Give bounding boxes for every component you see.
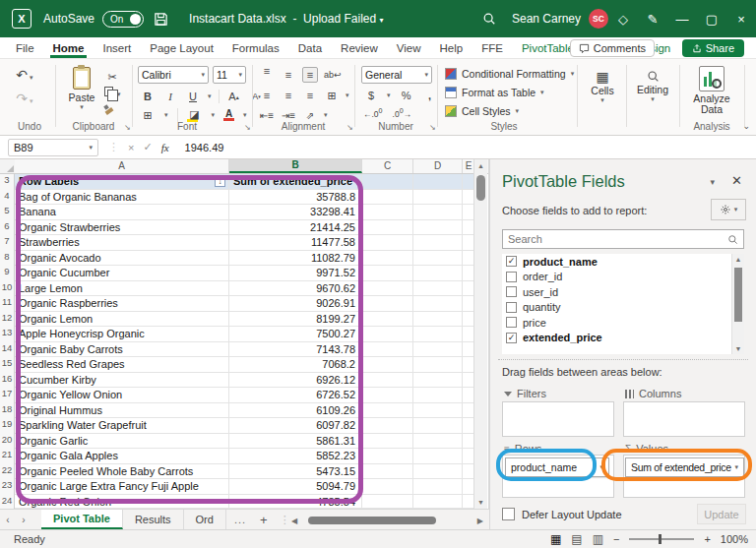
cell-d22[interactable] xyxy=(413,464,463,480)
increase-decimal-button[interactable]: ←.00 xyxy=(363,107,383,119)
cell-c24[interactable] xyxy=(362,495,413,510)
pencil-icon[interactable]: ✎ xyxy=(638,0,667,37)
cell-d11[interactable] xyxy=(413,296,463,312)
cell-a13[interactable]: Apple Honeycrisp Organic xyxy=(15,327,229,342)
maximize-button[interactable]: ▢ xyxy=(697,0,726,37)
field-checkbox-quantity[interactable] xyxy=(506,302,517,313)
normal-view-icon[interactable]: ▦ xyxy=(550,532,561,546)
cell-d6[interactable] xyxy=(413,220,463,236)
cell-d12[interactable] xyxy=(413,312,463,328)
row-header-6[interactable]: 6 xyxy=(0,220,15,236)
cell-b16[interactable]: 6926.12 xyxy=(229,373,362,389)
cell-b7[interactable]: 11477.58 xyxy=(229,235,362,251)
field-checkbox-user_id[interactable] xyxy=(506,286,517,297)
zoom-in-button[interactable]: + xyxy=(704,533,710,545)
cell-d21[interactable] xyxy=(413,449,463,464)
menu-tab-help[interactable]: Help xyxy=(440,42,464,54)
cell-c3[interactable] xyxy=(362,174,413,190)
zoom-level[interactable]: 100% xyxy=(721,533,748,545)
more-sheets-icon[interactable]: ... xyxy=(234,514,246,525)
cut-button[interactable]: ✂ xyxy=(104,69,120,85)
cell-c5[interactable] xyxy=(362,205,413,220)
add-sheet-button[interactable]: + xyxy=(260,513,268,527)
vertical-scrollbar[interactable]: ▲ ▼ xyxy=(473,159,487,509)
rows-pill-dropdown[interactable]: ▾ xyxy=(599,463,603,471)
cell-b12[interactable]: 8199.27 xyxy=(229,312,362,328)
undo-button[interactable]: ↶▾ xyxy=(14,67,33,83)
orientation-dropdown[interactable]: ▾ xyxy=(324,111,328,119)
cell-a18[interactable]: Original Hummus xyxy=(15,403,229,419)
copy-button[interactable]: ▾ xyxy=(104,87,121,98)
avatar[interactable]: SC xyxy=(589,9,608,29)
cell-c21[interactable] xyxy=(362,449,413,464)
update-button[interactable]: Update xyxy=(697,504,746,524)
middle-align-button[interactable]: ≡ xyxy=(281,67,296,83)
align-left-button[interactable]: ≡ xyxy=(259,88,275,103)
values-pill-dropdown[interactable]: ▾ xyxy=(734,463,738,471)
cell-a9[interactable]: Organic Cucumber xyxy=(15,266,229,281)
cell-b6[interactable]: 21414.25 xyxy=(229,220,362,236)
search-icon[interactable] xyxy=(474,0,504,37)
cell-b19[interactable]: 6097.82 xyxy=(229,418,362,434)
column-header-a[interactable]: A xyxy=(15,159,229,173)
cell-b23[interactable]: 5094.79 xyxy=(229,479,362,495)
align-center-button[interactable]: ≡ xyxy=(281,88,296,103)
fields-scroll-down[interactable]: ▼ xyxy=(732,345,744,352)
borders-dropdown[interactable]: ▾ xyxy=(164,111,168,119)
cell-d17[interactable] xyxy=(413,388,463,403)
menu-tab-review[interactable]: Review xyxy=(341,42,378,54)
gem-icon[interactable]: ◇ xyxy=(608,0,638,37)
excel-app-icon[interactable]: X xyxy=(12,9,32,29)
font-color-button[interactable]: A xyxy=(223,109,234,121)
search-input[interactable]: Search xyxy=(502,229,744,249)
cell-d8[interactable] xyxy=(413,251,463,267)
scroll-up-arrow[interactable]: ▲ xyxy=(474,162,487,169)
vscroll-thumb[interactable] xyxy=(476,175,485,201)
column-header-c[interactable]: C xyxy=(362,159,413,173)
menu-tab-data[interactable]: Data xyxy=(298,42,322,54)
cell-c8[interactable] xyxy=(362,251,413,267)
cell-a14[interactable]: Organic Baby Carrots xyxy=(15,342,229,358)
cell-a3[interactable]: Row Labels↓ xyxy=(15,174,229,190)
fields-scroll-up[interactable]: ▲ xyxy=(732,256,744,263)
cell-a4[interactable]: Bag of Organic Bananas xyxy=(15,190,229,206)
menu-tab-home[interactable]: Home xyxy=(53,42,85,54)
sheet-nav-right-icon[interactable]: › xyxy=(16,515,32,525)
cell-d18[interactable] xyxy=(413,403,463,419)
cell-c4[interactable] xyxy=(362,190,413,206)
menu-tab-view[interactable]: View xyxy=(397,42,421,54)
cell-a7[interactable]: Strawberries xyxy=(15,235,229,251)
close-button[interactable]: × xyxy=(726,0,756,37)
rows-field-pill[interactable]: product_name ▾ xyxy=(505,457,609,477)
cell-b22[interactable]: 5473.15 xyxy=(229,464,362,480)
cell-d24[interactable] xyxy=(413,495,463,510)
row-header-14[interactable]: 14 xyxy=(0,342,15,358)
cell-c7[interactable] xyxy=(362,235,413,251)
hscroll-left-arrow[interactable]: ◀ xyxy=(291,517,297,525)
scroll-down-arrow[interactable]: ▼ xyxy=(474,499,487,506)
cell-c11[interactable] xyxy=(362,296,413,312)
cell-c6[interactable] xyxy=(362,220,413,236)
sheet-tab-results[interactable]: Results xyxy=(123,510,184,529)
cell-c17[interactable] xyxy=(362,388,413,403)
pane-tools-button[interactable]: ▾ xyxy=(711,199,746,220)
field-item-price[interactable]: price xyxy=(502,315,744,331)
font-dialog-launcher[interactable]: ↘ xyxy=(244,123,251,132)
menu-tab-page-layout[interactable]: Page Layout xyxy=(150,42,214,54)
cell-a11[interactable]: Organic Raspberries xyxy=(15,296,229,312)
row-header-13[interactable]: 13 xyxy=(0,327,15,342)
column-header-d[interactable]: D xyxy=(413,159,463,173)
cell-b18[interactable]: 6109.26 xyxy=(229,403,362,419)
cell-b5[interactable]: 33298.41 xyxy=(229,205,362,220)
row-header-5[interactable]: 5 xyxy=(0,205,15,220)
cell-b11[interactable]: 9026.91 xyxy=(229,296,362,312)
sort-filter-icon[interactable]: ↓ xyxy=(215,176,225,187)
menu-tab-ffe[interactable]: FFE xyxy=(481,42,503,54)
pane-options-chevron[interactable]: ▾ xyxy=(710,177,715,187)
cell-d16[interactable] xyxy=(413,373,463,389)
cell-c20[interactable] xyxy=(362,434,413,450)
cell-b17[interactable]: 6726.52 xyxy=(229,388,362,403)
cell-c19[interactable] xyxy=(362,418,413,434)
cell-a22[interactable]: Organic Peeled Whole Baby Carrots xyxy=(15,464,229,480)
cell-a23[interactable]: Organic Large Extra Fancy Fuji Apple xyxy=(15,479,229,495)
